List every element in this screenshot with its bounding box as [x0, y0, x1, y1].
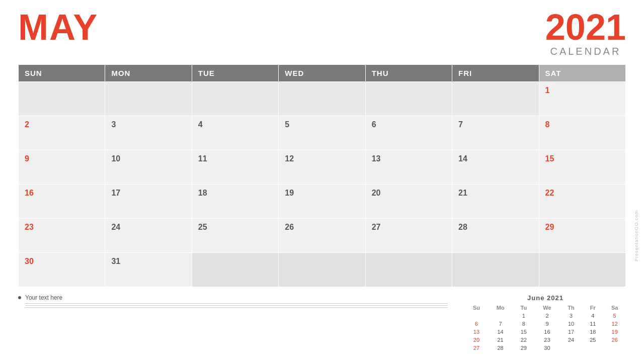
note-line-3 — [25, 307, 448, 308]
calendar-row-1: 2345678 — [19, 116, 626, 150]
note-item: Your text here — [18, 294, 451, 301]
day-header-sat: SAT — [539, 65, 625, 82]
mini-cell-2-6: 19 — [603, 328, 626, 336]
calendar-cell-3-1: 17 — [105, 185, 192, 219]
mini-cell-1-4: 10 — [560, 320, 583, 328]
calendar-row-2: 9101112131415 — [19, 150, 626, 185]
mini-cell-0-2: 1 — [513, 312, 534, 320]
mini-row-4: 27282930 — [465, 344, 626, 352]
calendar-cell-2-2: 11 — [192, 150, 278, 185]
mini-row-0: 12345 — [465, 312, 626, 320]
calendar-row-0: 1 — [19, 82, 626, 116]
calendar-cell-1-3: 5 — [279, 116, 365, 150]
day-header-fri: FRI — [452, 65, 539, 82]
mini-calendar-title: June 2021 — [465, 294, 626, 302]
day-header-mon: MON — [105, 65, 192, 82]
mini-cell-0-0 — [465, 312, 488, 320]
mini-cell-1-2: 8 — [513, 320, 534, 328]
mini-cell-4-6 — [603, 344, 626, 352]
calendar-cell-1-4: 6 — [365, 116, 452, 150]
mini-cell-2-3: 16 — [534, 328, 559, 336]
calendar-cell-2-6: 15 — [539, 150, 625, 185]
mini-body: 1234567891011121314151617181920212223242… — [465, 312, 626, 352]
note-line-2 — [25, 305, 448, 306]
calendar-cell-5-1: 31 — [105, 253, 192, 287]
day-header-thu: THU — [365, 65, 452, 82]
mini-header-sa: Sa — [603, 304, 626, 312]
calendar-cell-0-6: 1 — [539, 82, 625, 116]
header-row: SUNMONTUEWEDTHUFRISAT — [19, 65, 626, 82]
mini-header-fr: Fr — [582, 304, 603, 312]
bullet-icon — [18, 296, 21, 299]
calendar-cell-1-2: 4 — [192, 116, 278, 150]
calendar-cell-1-0: 2 — [19, 116, 105, 150]
mini-calendar-table: SuMoTuWeThFrSa 1234567891011121314151617… — [465, 304, 626, 352]
mini-cell-3-2: 22 — [513, 336, 534, 344]
calendar-header: SUNMONTUEWEDTHUFRISAT — [19, 65, 626, 82]
note-text: Your text here — [25, 294, 62, 301]
calendar-cell-5-3 — [279, 253, 365, 287]
day-header-tue: TUE — [192, 65, 278, 82]
mini-cell-1-0: 6 — [465, 320, 488, 328]
calendar-cell-0-4 — [365, 82, 452, 116]
mini-row-2: 13141516171819 — [465, 328, 626, 336]
mini-header-th: Th — [560, 304, 583, 312]
calendar-cell-5-6 — [539, 253, 625, 287]
calendar-container: SUNMONTUEWEDTHUFRISAT 123456789101112131… — [0, 64, 644, 287]
calendar-cell-3-6: 22 — [539, 185, 625, 219]
calendar-row-3: 16171819202122 — [19, 185, 626, 219]
year-number: 2021 — [545, 9, 626, 45]
calendar-table: SUNMONTUEWEDTHUFRISAT 123456789101112131… — [18, 64, 626, 287]
mini-cell-4-4 — [560, 344, 583, 352]
mini-cell-2-1: 14 — [488, 328, 513, 336]
calendar-cell-0-5 — [452, 82, 539, 116]
calendar-cell-4-5: 28 — [452, 219, 539, 253]
mini-header-tu: Tu — [513, 304, 534, 312]
mini-cell-3-6: 26 — [603, 336, 626, 344]
footer: Your text here June 2021 SuMoTuWeThFrSa … — [0, 289, 644, 352]
mini-cell-3-1: 21 — [488, 336, 513, 344]
mini-cell-2-4: 17 — [560, 328, 583, 336]
mini-cell-1-6: 12 — [603, 320, 626, 328]
calendar-cell-0-3 — [279, 82, 365, 116]
mini-header-row: SuMoTuWeThFrSa — [465, 304, 626, 312]
note-line-1 — [25, 303, 448, 304]
mini-cell-0-5: 4 — [582, 312, 603, 320]
calendar-cell-4-2: 25 — [192, 219, 278, 253]
mini-cell-0-3: 2 — [534, 312, 559, 320]
mini-cell-3-5: 25 — [582, 336, 603, 344]
mini-cell-4-5 — [582, 344, 603, 352]
calendar-cell-3-2: 18 — [192, 185, 278, 219]
calendar-cell-1-1: 3 — [105, 116, 192, 150]
calendar-cell-5-4 — [365, 253, 452, 287]
mini-row-1: 6789101112 — [465, 320, 626, 328]
mini-cell-1-5: 11 — [582, 320, 603, 328]
calendar-cell-0-0 — [19, 82, 105, 116]
notes-section: Your text here — [18, 294, 451, 309]
mini-cell-0-4: 3 — [560, 312, 583, 320]
calendar-cell-5-5 — [452, 253, 539, 287]
calendar-cell-4-4: 27 — [365, 219, 452, 253]
mini-header-we: We — [534, 304, 559, 312]
mini-cell-0-6: 5 — [603, 312, 626, 320]
calendar-cell-2-5: 14 — [452, 150, 539, 185]
mini-cell-0-1 — [488, 312, 513, 320]
calendar-cell-5-0: 30 — [19, 253, 105, 287]
calendar-cell-4-1: 24 — [105, 219, 192, 253]
mini-cell-1-1: 7 — [488, 320, 513, 328]
calendar-label: CALENDAR — [545, 46, 626, 56]
calendar-row-4: 23242526272829 — [19, 219, 626, 253]
calendar-cell-2-3: 12 — [279, 150, 365, 185]
mini-calendar: June 2021 SuMoTuWeThFrSa 123456789101112… — [465, 294, 626, 352]
mini-cell-2-5: 18 — [582, 328, 603, 336]
mini-cell-4-2: 29 — [513, 344, 534, 352]
calendar-cell-4-6: 29 — [539, 219, 625, 253]
calendar-cell-1-5: 7 — [452, 116, 539, 150]
calendar-body: 1234567891011121314151617181920212223242… — [19, 82, 626, 287]
calendar-cell-2-0: 9 — [19, 150, 105, 185]
mini-header-mo: Mo — [488, 304, 513, 312]
mini-cell-3-4: 24 — [560, 336, 583, 344]
calendar-cell-3-0: 16 — [19, 185, 105, 219]
day-header-wed: WED — [279, 65, 365, 82]
mini-header: SuMoTuWeThFrSa — [465, 304, 626, 312]
